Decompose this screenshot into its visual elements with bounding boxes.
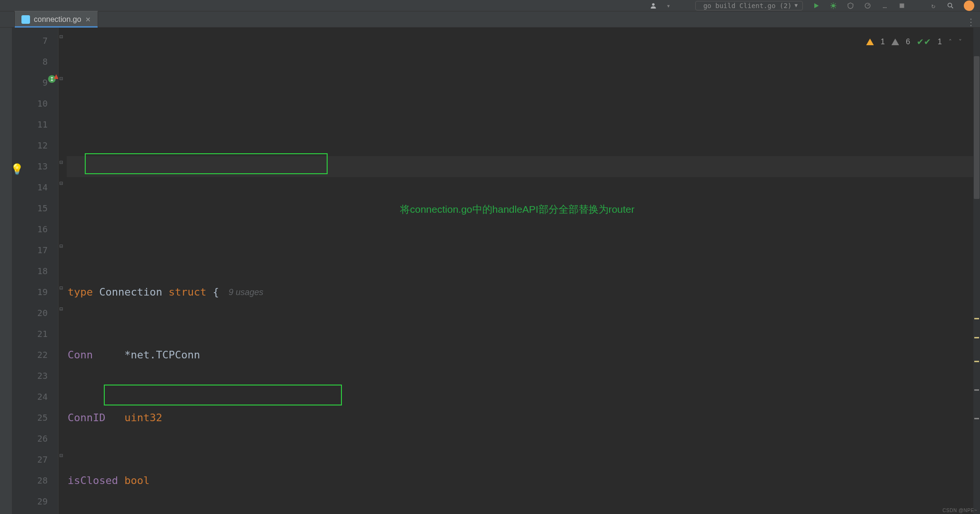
- attach-icon[interactable]: …: [881, 2, 889, 10]
- fold-open-icon[interactable]: ⊟: [60, 159, 63, 166]
- chevron-down-icon: ▼: [794, 2, 798, 9]
- user-icon[interactable]: [650, 2, 657, 10]
- fold-close-icon[interactable]: ⊟: [60, 33, 63, 40]
- code-line[interactable]: ConnID uint32: [67, 407, 973, 428]
- tab-connection-go[interactable]: connection.go ✕: [14, 11, 98, 27]
- tab-options-icon[interactable]: ⋯: [967, 18, 976, 27]
- annotation-box: [104, 385, 342, 405]
- line-number-gutter: 7 8 9 10 11 12 13 14 15 16 17 18 19 20 2…: [12, 28, 48, 514]
- code-line[interactable]: [67, 219, 973, 240]
- line-number: 22: [12, 345, 48, 366]
- tool-window-strip[interactable]: [0, 28, 12, 514]
- next-highlight-icon[interactable]: ˅: [959, 31, 962, 52]
- warning-tick[interactable]: [974, 337, 979, 338]
- warning-icon: [866, 39, 874, 45]
- line-number: 26: [12, 428, 48, 449]
- error-stripe[interactable]: [973, 28, 980, 514]
- code-editor[interactable]: 7 8 9 10 11 12 13 14 15 16 17 18 19 20 2…: [0, 28, 980, 514]
- line-number: 7: [12, 30, 48, 51]
- weak-warning-icon: [891, 39, 899, 45]
- stop-icon[interactable]: [898, 2, 906, 10]
- annotation-text: 将connection.go中的handleAPI部分全部替换为router: [400, 199, 635, 220]
- usage-hint[interactable]: 9 usages: [219, 282, 263, 303]
- code-line[interactable]: ): [67, 156, 973, 177]
- line-number: 9: [12, 72, 48, 93]
- fold-open-icon[interactable]: ⊟: [60, 285, 63, 291]
- warning-tick[interactable]: [974, 361, 979, 362]
- code-line[interactable]: type Connection struct {9 usages: [67, 282, 973, 303]
- prev-highlight-icon[interactable]: ˄: [949, 31, 952, 52]
- line-number: 11: [12, 114, 48, 135]
- profile-icon[interactable]: [864, 2, 871, 10]
- user-dropdown-icon[interactable]: ▾: [667, 2, 670, 10]
- line-number: 13: [12, 156, 48, 177]
- line-number: 12: [12, 135, 48, 156]
- warning-tick[interactable]: [974, 318, 979, 319]
- ok-count: 1: [938, 31, 942, 52]
- coverage-icon[interactable]: [847, 2, 854, 10]
- line-number: 25: [12, 407, 48, 428]
- run-icon[interactable]: [812, 2, 820, 10]
- line-number: 20: [12, 303, 48, 324]
- bug-icon[interactable]: [830, 2, 837, 10]
- svg-point-4: [948, 3, 952, 7]
- svg-rect-3: [900, 3, 904, 8]
- gutter-icon-column: I: [48, 28, 58, 514]
- line-number: 19: [12, 282, 48, 303]
- code-line[interactable]: Conn *net.TCPConn: [67, 345, 973, 366]
- git-update-icon[interactable]: ↻: [930, 2, 937, 10]
- ok-check-icon: ✔✔: [917, 31, 931, 52]
- scrollbar-thumb[interactable]: [974, 56, 980, 199]
- line-number: 14: [12, 177, 48, 198]
- editor-tabbar: connection.go ✕ ⋯: [0, 11, 980, 28]
- fold-close-icon[interactable]: ⊟: [60, 243, 63, 249]
- fold-close-icon[interactable]: ⊟: [60, 452, 63, 459]
- line-number: 24: [12, 386, 48, 407]
- line-number: 15: [12, 198, 48, 219]
- line-number: 17: [12, 240, 48, 261]
- implements-gutter-icon[interactable]: I: [48, 75, 56, 83]
- line-number: 29: [12, 491, 48, 512]
- tab-label: connection.go: [34, 15, 81, 24]
- line-number: 27: [12, 449, 48, 470]
- fold-close-icon[interactable]: ⊟: [60, 180, 63, 187]
- go-file-icon: [21, 15, 30, 24]
- fold-open-icon[interactable]: ⊟: [60, 75, 63, 82]
- line-number: 21: [12, 324, 48, 345]
- svg-point-0: [652, 3, 654, 5]
- account-avatar[interactable]: [964, 0, 974, 11]
- line-number: 28: [12, 470, 48, 491]
- fold-open-icon[interactable]: ⊟: [60, 306, 63, 312]
- weak-warning-count: 6: [906, 31, 910, 52]
- line-number: 10: [12, 93, 48, 114]
- code-area[interactable]: ) type Connection struct {9 usages Conn …: [67, 28, 973, 514]
- info-tick[interactable]: [974, 418, 979, 419]
- run-configuration-selector[interactable]: go build Client.go (2) ▼: [695, 1, 803, 10]
- line-number: 23: [12, 366, 48, 386]
- info-tick[interactable]: [974, 389, 979, 391]
- line-number: 18: [12, 261, 48, 282]
- top-toolbar: ▾ go build Client.go (2) ▼ … ↻: [0, 0, 980, 11]
- close-icon[interactable]: ✕: [85, 16, 91, 23]
- inspections-widget[interactable]: 1 6 ✔✔ 1 ˄ ˅: [866, 31, 962, 52]
- fold-column: ⊟ ⊟ ⊟ ⊟ ⊟ ⊟ ⊟ ⊟: [58, 28, 67, 514]
- line-number: 16: [12, 219, 48, 240]
- svg-point-1: [832, 4, 835, 7]
- run-config-label: go build Client.go (2): [703, 2, 791, 10]
- line-number: 8: [12, 51, 48, 72]
- code-line[interactable]: isClosed bool: [67, 470, 973, 491]
- search-icon[interactable]: [947, 2, 954, 10]
- warning-count: 1: [880, 31, 885, 52]
